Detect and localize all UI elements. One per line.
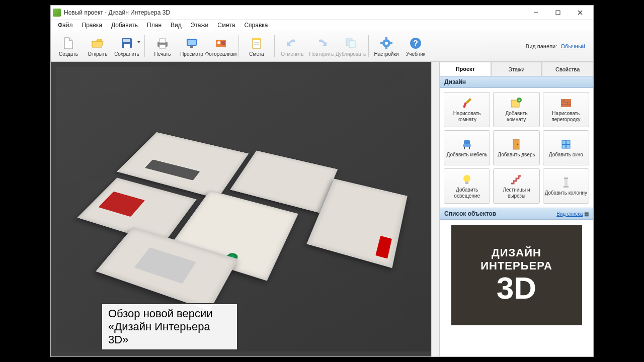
add-light-button[interactable]: Добавить освещение <box>444 168 490 204</box>
room-plus-icon: + <box>510 97 522 109</box>
side-tabs: Проект Этажи Свойства <box>440 62 593 76</box>
svg-text:+: + <box>518 98 521 103</box>
svg-rect-15 <box>221 41 225 45</box>
list-view-link[interactable]: Вид списка <box>556 211 583 217</box>
menu-view[interactable]: Вид <box>167 21 186 30</box>
create-button[interactable]: Создать <box>54 32 83 60</box>
printer-icon <box>155 36 170 50</box>
settings-button[interactable]: Настройки <box>372 32 401 60</box>
add-door-button[interactable]: Добавить дверь <box>493 130 539 165</box>
svg-rect-24 <box>385 37 387 40</box>
svg-rect-1 <box>556 11 560 15</box>
svg-point-14 <box>217 41 220 44</box>
save-button[interactable]: Сохранить <box>112 32 141 60</box>
svg-rect-33 <box>561 99 571 107</box>
menu-floors[interactable]: Этажи <box>187 21 212 30</box>
notepad-icon <box>250 36 264 50</box>
svg-point-47 <box>463 175 470 182</box>
menu-plan[interactable]: План <box>143 21 166 30</box>
menu-edit[interactable]: Правка <box>78 21 107 30</box>
svg-rect-38 <box>464 140 470 144</box>
duplicate-button[interactable]: Дублировать <box>336 32 365 60</box>
bulb-icon <box>461 173 473 186</box>
add-furniture-button[interactable]: Добавить мебель <box>444 130 490 165</box>
monitor-icon <box>185 36 199 50</box>
svg-point-43 <box>517 143 519 145</box>
maximize-button[interactable] <box>547 6 569 19</box>
list-toggle-icon[interactable]: ▦ <box>584 211 589 217</box>
redo-button[interactable]: Повторить <box>307 32 336 60</box>
svg-rect-17 <box>253 38 261 40</box>
undo-button[interactable]: Отменить <box>278 32 307 60</box>
duplicate-icon <box>344 36 358 50</box>
menu-file[interactable]: Файл <box>54 21 77 30</box>
draw-wall-button[interactable]: Нарисовать перегородку <box>543 92 589 127</box>
svg-point-23 <box>385 42 388 45</box>
estimate-button[interactable]: Смета <box>242 32 271 60</box>
svg-rect-11 <box>188 40 196 45</box>
bricks-icon <box>560 97 572 109</box>
tab-properties[interactable]: Свойства <box>542 62 593 76</box>
chair-icon <box>461 138 473 150</box>
window-icon <box>560 138 572 150</box>
svg-rect-12 <box>190 46 193 48</box>
viewport-scrollbar[interactable] <box>431 62 439 356</box>
chevron-down-icon <box>137 41 140 43</box>
door-icon <box>510 138 522 150</box>
photoreal-button[interactable]: Фотореализм <box>206 32 235 60</box>
close-button[interactable] <box>569 6 591 19</box>
menubar: Файл Правка Добавить План Вид Этажи Смет… <box>51 20 593 31</box>
design-section-header: Дизайн <box>440 76 593 88</box>
svg-rect-48 <box>465 182 468 184</box>
objects-list-header: Список объектов Вид списка ▦ <box>440 208 593 220</box>
print-button[interactable]: Печать <box>148 32 177 60</box>
main-area: Обзор новой версии «Дизайн Интерьера 3D»… <box>51 62 593 356</box>
tab-project[interactable]: Проект <box>440 62 491 76</box>
folder-open-icon <box>91 36 105 50</box>
side-panel: Проект Этажи Свойства Дизайн Нарисовать … <box>439 62 593 356</box>
promo-area: ДИЗАЙН ИНТЕРЬЕРА 3D <box>440 220 593 356</box>
svg-text:?: ? <box>413 39 418 48</box>
stairs-icon <box>510 173 522 186</box>
svg-rect-5 <box>123 39 130 42</box>
preview-button[interactable]: Просмотр <box>177 32 206 60</box>
tab-floors[interactable]: Этажи <box>491 62 542 76</box>
svg-rect-6 <box>124 44 130 48</box>
menu-estimate[interactable]: Смета <box>213 21 239 30</box>
panel-mode-link[interactable]: Обычный <box>560 43 585 49</box>
app-icon <box>53 9 61 17</box>
add-column-button[interactable]: Добавить колонну <box>543 168 589 204</box>
brush-icon <box>461 97 473 109</box>
draw-room-button[interactable]: Нарисовать комнату <box>444 92 490 127</box>
menu-help[interactable]: Справка <box>240 21 272 30</box>
app-window: Новый проект - Дизайн Интерьера 3D Файл … <box>50 5 594 357</box>
svg-rect-9 <box>159 45 166 48</box>
svg-rect-25 <box>385 47 387 49</box>
svg-rect-50 <box>565 179 568 186</box>
add-window-button[interactable]: Добавить окно <box>543 130 589 165</box>
panel-mode-switch: Вид панели: Обычный <box>526 43 590 49</box>
new-file-icon <box>61 36 75 50</box>
tutorial-button[interactable]: ? Учебник <box>401 32 430 60</box>
help-icon: ? <box>409 36 423 50</box>
window-title: Новый проект - Дизайн Интерьера 3D <box>64 9 525 16</box>
undo-icon <box>285 36 299 50</box>
stairs-button[interactable]: Лестницы и вырезы <box>493 168 539 204</box>
render-icon <box>214 36 228 50</box>
svg-rect-51 <box>564 186 569 188</box>
menu-add[interactable]: Добавить <box>107 21 142 30</box>
svg-rect-8 <box>159 39 166 43</box>
svg-rect-26 <box>380 42 383 44</box>
svg-rect-39 <box>463 144 471 147</box>
svg-rect-49 <box>564 177 568 179</box>
3d-viewport[interactable]: Обзор новой версии «Дизайн Интерьера 3D» <box>51 62 439 356</box>
design-grid: Нарисовать комнату + Добавить комнату На… <box>440 88 593 208</box>
open-button[interactable]: Открыть <box>83 32 112 60</box>
promo-banner: ДИЗАЙН ИНТЕРЬЕРА 3D <box>451 225 582 325</box>
video-caption: Обзор новой версии «Дизайн Интерьера 3D» <box>101 303 238 350</box>
add-room-button[interactable]: + Добавить комнату <box>493 92 539 127</box>
svg-rect-21 <box>349 41 355 48</box>
titlebar: Новый проект - Дизайн Интерьера 3D <box>51 6 593 20</box>
minimize-button[interactable] <box>525 6 547 19</box>
toolbar: Создать Открыть Сохранить Печать <box>51 31 593 62</box>
